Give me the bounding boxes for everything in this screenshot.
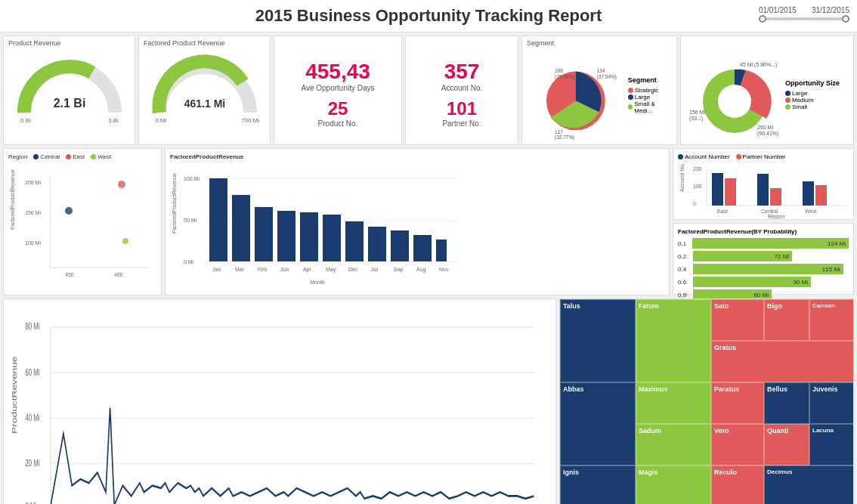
tm-juvenis: Juvenis bbox=[809, 382, 854, 424]
product-no-value: 25 bbox=[301, 98, 374, 119]
svg-text:Month: Month bbox=[310, 280, 325, 285]
svg-rect-47 bbox=[391, 230, 409, 261]
tm-gratus: Gratus bbox=[711, 341, 854, 382]
svg-text:(56.41%): (56.41%) bbox=[757, 131, 778, 137]
svg-text:700 Mi: 700 Mi bbox=[240, 117, 258, 124]
account-no-value: 357 bbox=[441, 60, 482, 84]
svg-text:134: 134 bbox=[597, 68, 605, 73]
svg-text:Jul: Jul bbox=[371, 267, 378, 272]
tm-sato: Sato bbox=[711, 299, 764, 341]
date-slider-right[interactable] bbox=[842, 15, 849, 23]
prob-row-06: 0.6 90 Mi bbox=[678, 277, 849, 287]
account-legend: Account Number bbox=[685, 153, 730, 160]
svg-text:450: 450 bbox=[65, 272, 74, 277]
grouped-bar-chart: Account No. 200 100 0 bbox=[678, 162, 852, 218]
right-middle-section: Account Number Partner Number Account No… bbox=[673, 148, 854, 295]
scatter-region-label: Region bbox=[8, 153, 27, 160]
opportunity-size-pie: 45 Mi (5.86%...) 156 Mi (33...) 260 Mi (… bbox=[685, 50, 784, 141]
svg-rect-39 bbox=[209, 178, 227, 261]
svg-text:East: East bbox=[717, 209, 728, 214]
opportunity-size-card: 45 Mi (5.86%...) 156 Mi (33...) 260 Mi (… bbox=[680, 36, 854, 145]
prob-row-02: 0.2 72 Mi bbox=[678, 251, 849, 261]
treemap-card: Talus Fatum Sato Bigo Carmen Gratus Abba… bbox=[559, 298, 854, 504]
svg-text:Central: Central bbox=[761, 209, 778, 214]
ave-opp-days-value: 455,43 bbox=[301, 60, 374, 84]
svg-text:461.1 Mi: 461.1 Mi bbox=[184, 97, 224, 110]
svg-text:200 Mi: 200 Mi bbox=[25, 180, 41, 185]
partner-no-label: Partner No. bbox=[441, 119, 482, 128]
tm-reculo: Reculo bbox=[711, 465, 764, 504]
legend-small: Small & Medi... bbox=[628, 100, 672, 114]
factored-revenue-card: Factored Product Revenue 461.1 Mi 0 Mi 7… bbox=[138, 36, 271, 145]
svg-text:50 Mi: 50 Mi bbox=[184, 218, 197, 223]
main-container: 2015 Business Opportunity Tracking Repor… bbox=[0, 0, 857, 504]
tm-vero: Vero bbox=[711, 424, 764, 465]
svg-text:Account No.: Account No. bbox=[679, 163, 685, 192]
partner-no-value: 101 bbox=[441, 98, 482, 119]
svg-text:100 Mi: 100 Mi bbox=[25, 240, 41, 246]
svg-rect-43 bbox=[300, 212, 318, 261]
svg-text:2.1 Bi: 2.1 Bi bbox=[53, 97, 85, 110]
bar-chart-title: FactoredProductRevenue bbox=[170, 153, 664, 160]
svg-text:0 Mi: 0 Mi bbox=[184, 259, 194, 264]
svg-rect-48 bbox=[413, 235, 432, 261]
svg-text:150 Mi: 150 Mi bbox=[25, 210, 41, 215]
svg-rect-46 bbox=[368, 227, 386, 261]
probability-card: FactoredProductRevenue(BY Probability) 0… bbox=[673, 223, 854, 295]
svg-rect-49 bbox=[436, 240, 447, 261]
svg-text:Dec: Dec bbox=[348, 267, 358, 272]
svg-text:156 Mi: 156 Mi bbox=[689, 110, 705, 115]
svg-text:200: 200 bbox=[693, 166, 702, 172]
content-area: Product Revenue 2.1 Bi 0 Bi 3.Bi Factore… bbox=[0, 32, 857, 504]
date-start: 01/01/2015 bbox=[759, 6, 797, 14]
probability-title: FactoredProductRevenue(BY Probability) bbox=[678, 228, 849, 235]
svg-text:0 Mi: 0 Mi bbox=[25, 501, 36, 504]
date-slider-track[interactable] bbox=[759, 17, 849, 20]
svg-text:Aug: Aug bbox=[416, 267, 426, 273]
svg-text:(37.54%): (37.54%) bbox=[597, 73, 617, 79]
tm-magis: Magis bbox=[636, 465, 711, 504]
segment-pie-card: Segment 106 (29.69%) 134 (37.54%) bbox=[521, 36, 677, 145]
date-filter[interactable]: 01/01/2015 31/12/2015 bbox=[759, 6, 849, 20]
svg-rect-71 bbox=[770, 188, 781, 206]
factored-revenue-label: Factored Product Revenue bbox=[144, 39, 225, 47]
svg-text:FactoredProductRevenue: FactoredProductRevenue bbox=[10, 169, 15, 230]
tm-abbas: Abbas bbox=[560, 382, 636, 465]
svg-text:106: 106 bbox=[555, 68, 563, 73]
svg-rect-72 bbox=[803, 181, 814, 206]
date-end: 31/12/2015 bbox=[812, 6, 849, 14]
svg-text:80 Mi: 80 Mi bbox=[25, 322, 39, 332]
tm-decimus: Decimus bbox=[764, 465, 854, 504]
header: 2015 Business Opportunity Tracking Repor… bbox=[0, 0, 857, 32]
svg-text:(29.69%): (29.69%) bbox=[555, 73, 574, 79]
bar-chart-card: FactoredProductRevenue FactoredProductRe… bbox=[165, 148, 670, 295]
tm-sadum: Sadum bbox=[636, 424, 711, 465]
prob-row-04: 0.4 115 Mi bbox=[678, 264, 849, 274]
svg-text:FactoredProductRevenue: FactoredProductRevenue bbox=[172, 173, 177, 233]
svg-text:100: 100 bbox=[693, 184, 702, 189]
svg-point-28 bbox=[65, 207, 73, 215]
bar-chart: FactoredProductRevenue 100 Mi 50 Mi 0 Mi bbox=[170, 162, 465, 294]
tm-fatum: Fatum bbox=[636, 299, 711, 382]
partner-legend: Partner Number bbox=[743, 153, 786, 160]
scatter-card: Region Central East West FactoredProduct… bbox=[3, 148, 162, 295]
date-slider-left[interactable] bbox=[759, 15, 766, 23]
svg-rect-69 bbox=[725, 178, 736, 206]
svg-rect-41 bbox=[255, 207, 273, 261]
ave-opp-days-label: Ave Opportunity Days bbox=[301, 84, 374, 92]
svg-point-30 bbox=[122, 238, 128, 244]
svg-text:May: May bbox=[326, 267, 336, 273]
tm-bellus: Bellus bbox=[764, 382, 809, 424]
legend-opp-medium: Medium bbox=[785, 97, 840, 104]
line-chart: ProductRevenue 80 Mi 60 Mi 40 Mi 20 Mi 0… bbox=[8, 304, 551, 504]
svg-text:0 Bi: 0 Bi bbox=[20, 117, 31, 124]
numbers-card: 455,43 Ave Opportunity Days 25 Product N… bbox=[274, 36, 402, 145]
svg-text:ProductRevenue: ProductRevenue bbox=[11, 356, 18, 433]
svg-point-14 bbox=[718, 85, 751, 118]
tm-carmen: Carmen bbox=[809, 299, 854, 341]
svg-text:460: 460 bbox=[114, 272, 123, 277]
legend-large: Large bbox=[628, 94, 672, 100]
legend-opp-large: Large bbox=[785, 90, 840, 97]
svg-point-29 bbox=[118, 181, 125, 188]
svg-text:0 Mi: 0 Mi bbox=[155, 117, 166, 124]
